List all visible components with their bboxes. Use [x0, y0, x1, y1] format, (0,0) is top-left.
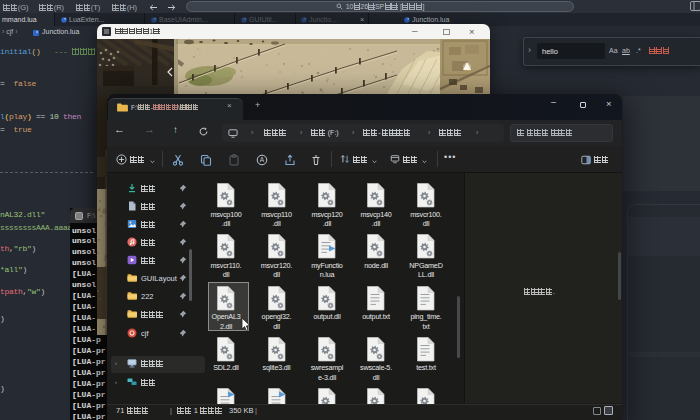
svg-text:A: A — [260, 156, 265, 163]
